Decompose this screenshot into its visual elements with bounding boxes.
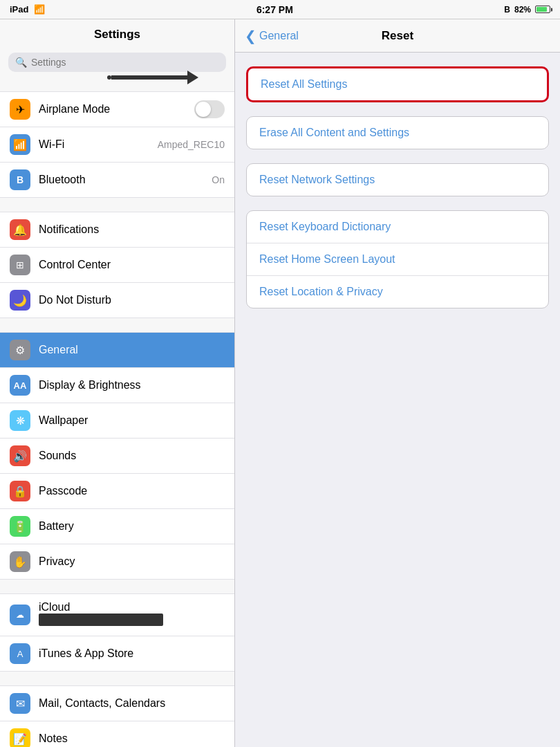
sidebar-item-privacy[interactable]: ✋ Privacy xyxy=(0,544,234,580)
reset-keyboard-label: Reset Keyboard Dictionary xyxy=(259,221,391,232)
icloud-redacted xyxy=(39,614,163,626)
sidebar-item-label-icloud: iCloud xyxy=(39,601,70,613)
sidebar-item-icloud[interactable]: ☁ iCloud xyxy=(0,593,234,636)
mail-icon: ✉ xyxy=(10,693,30,714)
reset-all-settings-label: Reset All Settings xyxy=(261,78,347,90)
search-icon: 🔍 xyxy=(15,57,27,68)
battery-fill xyxy=(536,7,547,12)
bluetooth-value: On xyxy=(212,174,225,185)
reset-group-misc: Reset Keyboard Dictionary Reset Home Scr… xyxy=(246,210,549,308)
sidebar-item-wallpaper[interactable]: ❋ Wallpaper xyxy=(0,403,234,439)
sidebar-section-accounts: ☁ iCloud A iTunes & App Store xyxy=(0,593,234,672)
reset-homescreen-label: Reset Home Screen Layout xyxy=(259,253,395,265)
control-center-icon: ⊞ xyxy=(10,255,30,275)
sidebar-item-label-itunes: iTunes & App Store xyxy=(39,647,225,660)
sidebar-item-dnd[interactable]: 🌙 Do Not Disturb xyxy=(0,283,234,318)
reset-item-network[interactable]: Reset Network Settings xyxy=(247,164,548,196)
sidebar-item-sounds[interactable]: 🔊 Sounds xyxy=(0,439,234,474)
battery-percent: 82% xyxy=(514,5,531,15)
sidebar-item-passcode[interactable]: 🔒 Passcode xyxy=(0,474,234,509)
battery-icon xyxy=(535,6,550,13)
sidebar-section-apps: ✉ Mail, Contacts, Calendars 📝 Notes xyxy=(0,685,234,747)
sidebar-item-label-display: Display & Brightness xyxy=(39,379,225,391)
sidebar-item-label-battery: Battery xyxy=(39,520,225,533)
reset-section: Reset All Settings Erase All Content and… xyxy=(246,66,549,308)
reset-group-erase: Erase All Content and Settings xyxy=(246,116,549,149)
reset-item-keyboard[interactable]: Reset Keyboard Dictionary xyxy=(247,211,548,243)
sidebar-section-device: ⚙ General AA Display & Brightness ❋ Wall… xyxy=(0,332,234,580)
battery-sidebar-icon: 🔋 xyxy=(10,516,30,537)
arrow-annotation xyxy=(107,71,198,84)
erase-all-label: Erase All Content and Settings xyxy=(259,127,409,138)
display-icon: AA xyxy=(10,375,30,396)
sidebar-item-label-privacy: Privacy xyxy=(39,555,225,568)
sidebar-item-label-general: General xyxy=(39,344,225,356)
status-right: B 82% xyxy=(504,5,550,15)
icloud-icon: ☁ xyxy=(10,605,30,625)
airplane-toggle[interactable] xyxy=(194,100,225,118)
status-bar: iPad 📶 6:27 PM B 82% xyxy=(0,0,560,19)
sidebar-item-control[interactable]: ⊞ Control Center xyxy=(0,248,234,283)
sidebar-item-notifications[interactable]: 🔔 Notifications xyxy=(0,212,234,248)
sidebar: Settings 🔍 ✈ Airplane Mode xyxy=(0,19,235,747)
sidebar-item-label-passcode: Passcode xyxy=(39,485,225,497)
sidebar-item-label-dnd: Do Not Disturb xyxy=(39,294,225,306)
dnd-icon: 🌙 xyxy=(10,290,30,311)
sidebar-item-general[interactable]: ⚙ General xyxy=(0,332,234,368)
notes-icon: 📝 xyxy=(10,728,30,747)
nav-back-button[interactable]: ❮ General xyxy=(245,29,299,43)
main-content: Settings 🔍 ✈ Airplane Mode xyxy=(0,19,560,747)
chevron-left-icon: ❮ xyxy=(245,29,256,43)
notifications-icon: 🔔 xyxy=(10,219,30,240)
reset-item-all-settings[interactable]: Reset All Settings xyxy=(248,68,547,100)
sidebar-item-label-notifications: Notifications xyxy=(39,223,225,236)
reset-item-location[interactable]: Reset Location & Privacy xyxy=(247,276,548,308)
sidebar-item-label-wifi: Wi-Fi xyxy=(39,138,149,151)
reset-item-homescreen[interactable]: Reset Home Screen Layout xyxy=(247,243,548,276)
itunes-icon: A xyxy=(10,643,30,664)
privacy-icon: ✋ xyxy=(10,551,30,572)
right-panel: ❮ General Reset Reset All Settings Erase… xyxy=(235,19,560,747)
sidebar-item-label-bluetooth: Bluetooth xyxy=(39,174,203,186)
sidebar-section-alerts: 🔔 Notifications ⊞ Control Center 🌙 Do No… xyxy=(0,212,234,318)
bluetooth-icon: B xyxy=(504,5,510,15)
reset-group-all-settings: Reset All Settings xyxy=(246,66,549,102)
airplane-icon: ✈ xyxy=(10,99,30,120)
wifi-value: Amped_REC10 xyxy=(158,139,225,150)
status-time: 6:27 PM xyxy=(256,4,293,15)
wifi-icon: 📶 xyxy=(10,134,30,155)
status-left: iPad 📶 xyxy=(10,4,45,15)
reset-location-label: Reset Location & Privacy xyxy=(259,286,383,297)
sidebar-item-wifi[interactable]: 📶 Wi-Fi Amped_REC10 xyxy=(0,127,234,163)
sidebar-item-itunes[interactable]: A iTunes & App Store xyxy=(0,636,234,672)
toggle-knob xyxy=(196,102,211,117)
wifi-status-icon: 📶 xyxy=(34,4,45,15)
sidebar-item-bluetooth[interactable]: B Bluetooth On xyxy=(0,163,234,198)
bluetooth-icon-sidebar: B xyxy=(10,169,30,190)
sidebar-item-display[interactable]: AA Display & Brightness xyxy=(0,368,234,403)
sidebar-item-label-airplane: Airplane Mode xyxy=(39,103,186,116)
sounds-icon: 🔊 xyxy=(10,445,30,466)
sidebar-item-label-notes: Notes xyxy=(39,732,225,745)
sidebar-item-notes[interactable]: 📝 Notes xyxy=(0,721,234,747)
search-bar[interactable]: 🔍 xyxy=(8,53,226,72)
sidebar-item-airplane[interactable]: ✈ Airplane Mode xyxy=(0,91,234,127)
sidebar-item-label-control: Control Center xyxy=(39,259,225,271)
search-input[interactable] xyxy=(31,57,219,68)
sidebar-item-battery[interactable]: 🔋 Battery xyxy=(0,509,234,544)
sidebar-section-connectivity: ✈ Airplane Mode 📶 Wi-Fi Amped_REC10 B Bl… xyxy=(0,91,234,198)
passcode-icon: 🔒 xyxy=(10,481,30,501)
nav-bar: ❮ General Reset xyxy=(235,19,560,53)
nav-back-label[interactable]: General xyxy=(259,30,299,42)
nav-bar-title: Reset xyxy=(382,29,413,43)
reset-group-network: Reset Network Settings xyxy=(246,163,549,196)
wallpaper-icon: ❋ xyxy=(10,410,30,431)
reset-item-erase[interactable]: Erase All Content and Settings xyxy=(247,117,548,149)
sidebar-title: Settings xyxy=(0,19,234,47)
reset-network-label: Reset Network Settings xyxy=(259,174,375,185)
sidebar-item-label-wallpaper: Wallpaper xyxy=(39,414,225,427)
sidebar-item-mail[interactable]: ✉ Mail, Contacts, Calendars xyxy=(0,685,234,721)
sidebar-item-label-sounds: Sounds xyxy=(39,450,225,462)
general-icon: ⚙ xyxy=(10,340,30,360)
sidebar-item-label-mail: Mail, Contacts, Calendars xyxy=(39,697,225,710)
